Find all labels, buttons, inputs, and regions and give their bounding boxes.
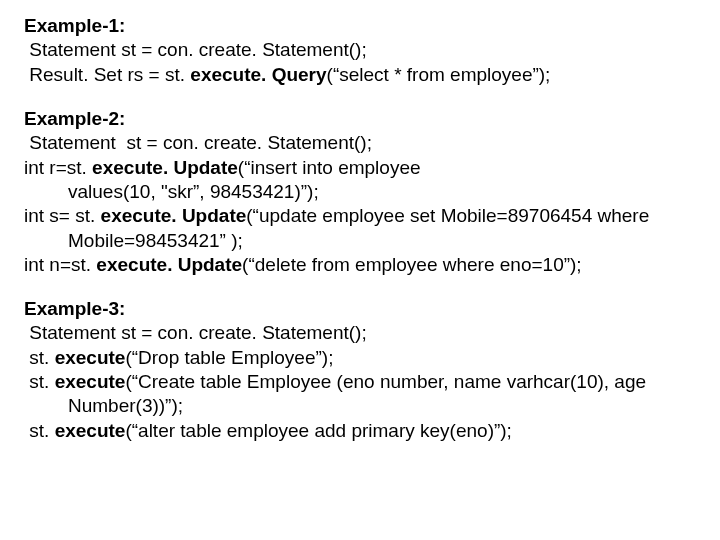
code-line: int s= st. execute. Update(“update emplo…	[24, 204, 696, 253]
code-line: Statement st = con. create. Statement();	[24, 131, 696, 155]
code-line: st. execute(“Create table Employee (eno …	[24, 370, 696, 419]
example-1-title: Example-1:	[24, 14, 696, 38]
example-2: Example-2: Statement st = con. create. S…	[24, 107, 696, 277]
code-line: Result. Set rs = st. execute. Query(“sel…	[24, 63, 696, 87]
code-line: Statement st = con. create. Statement();	[24, 321, 696, 345]
code-line: Statement st = con. create. Statement();	[24, 38, 696, 62]
code-line: int r=st. execute. Update(“insert into e…	[24, 156, 696, 205]
example-3: Example-3: Statement st = con. create. S…	[24, 297, 696, 443]
code-line: st. execute(“alter table employee add pr…	[24, 419, 696, 443]
example-3-title: Example-3:	[24, 297, 696, 321]
code-line: st. execute(“Drop table Employee”);	[24, 346, 696, 370]
example-1: Example-1: Statement st = con. create. S…	[24, 14, 696, 87]
example-2-title: Example-2:	[24, 107, 696, 131]
slide-content: Example-1: Statement st = con. create. S…	[0, 0, 720, 443]
code-line: int n=st. execute. Update(“delete from e…	[24, 253, 696, 277]
